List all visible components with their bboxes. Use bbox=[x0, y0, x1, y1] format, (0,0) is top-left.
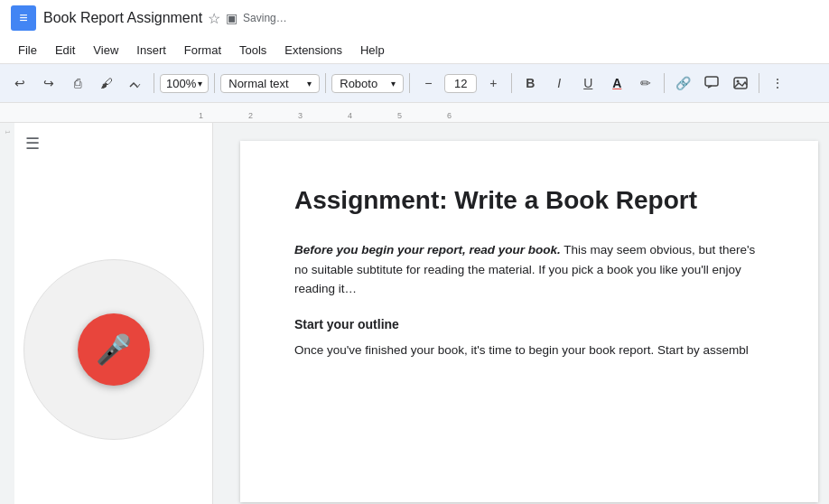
highlight-button[interactable]: ✏ bbox=[633, 70, 658, 96]
ruler-inner: 1 2 3 4 5 6 bbox=[199, 103, 829, 122]
doc-paragraph-2[interactable]: Once you've finished your book, it's tim… bbox=[294, 341, 764, 360]
ruler-tick-5: 5 bbox=[397, 111, 402, 120]
zoom-chevron-icon: ▾ bbox=[198, 79, 202, 89]
ruler-tick-1: 1 bbox=[199, 111, 203, 120]
doc-title-row: Book Report Assignment ☆ ▣ Saving… bbox=[43, 10, 818, 27]
highlight-icon: ✏ bbox=[640, 76, 651, 90]
menu-file[interactable]: File bbox=[11, 40, 44, 61]
redo-button[interactable]: ↪ bbox=[36, 70, 61, 96]
doc-paragraph-1[interactable]: Before you begin your report, read your … bbox=[294, 240, 764, 299]
image-icon bbox=[733, 76, 748, 90]
menu-extensions[interactable]: Extensions bbox=[277, 40, 349, 61]
left-panel: ☰ 🎤 bbox=[14, 123, 213, 504]
menu-insert[interactable]: Insert bbox=[129, 40, 173, 61]
text-style-value: Normal text bbox=[228, 77, 288, 90]
spellcheck-icon: ✓ bbox=[128, 76, 143, 90]
underline-button[interactable]: U bbox=[575, 70, 601, 96]
separator-2 bbox=[214, 73, 215, 93]
doc-title-text: Book Report Assignment bbox=[43, 10, 202, 26]
comment-button[interactable] bbox=[699, 70, 724, 96]
doc-icon bbox=[11, 5, 36, 31]
font-color-icon: A bbox=[612, 76, 621, 90]
font-size-decrease-button[interactable]: − bbox=[415, 70, 441, 96]
star-icon[interactable]: ☆ bbox=[208, 10, 220, 27]
font-chevron-icon: ▾ bbox=[391, 79, 396, 89]
title-area: Book Report Assignment ☆ ▣ Saving… bbox=[43, 10, 818, 27]
zoom-selector[interactable]: 100% ▾ bbox=[160, 74, 209, 93]
style-chevron-icon: ▾ bbox=[307, 79, 312, 89]
svg-text:✓: ✓ bbox=[135, 82, 142, 90]
toolbar: ↩ ↪ ⎙ 🖌 ✓ 100% ▾ Normal text ▾ Roboto ▾ … bbox=[0, 63, 829, 103]
doc-area[interactable]: Assignment: Write a Book Report Before y… bbox=[213, 123, 829, 504]
font-size-increase-button[interactable]: + bbox=[480, 70, 506, 96]
text-style-selector[interactable]: Normal text ▾ bbox=[220, 74, 320, 93]
main-area: 1 ☰ 🎤 Assignment: Write a Book Report Be… bbox=[0, 123, 829, 504]
image-button[interactable] bbox=[728, 70, 753, 96]
undo-button[interactable]: ↩ bbox=[7, 70, 33, 96]
ruler-tick-6: 6 bbox=[447, 111, 452, 120]
separator-5 bbox=[511, 73, 512, 93]
ruler: 1 2 3 4 5 6 bbox=[0, 103, 829, 123]
spellcheck-button[interactable]: ✓ bbox=[123, 70, 148, 96]
comment-icon bbox=[704, 76, 719, 90]
margin-indicator: 1 bbox=[4, 130, 12, 134]
doc-bold-italic-text: Before you begin your report, read your … bbox=[294, 243, 561, 257]
link-button[interactable]: 🔗 bbox=[670, 70, 695, 96]
font-size-value: 12 bbox=[454, 77, 467, 90]
doc-page: Assignment: Write a Book Report Before y… bbox=[240, 141, 818, 502]
doc-heading[interactable]: Assignment: Write a Book Report bbox=[294, 186, 764, 215]
menu-edit[interactable]: Edit bbox=[48, 40, 82, 61]
separator-3 bbox=[325, 73, 326, 93]
zoom-value: 100% bbox=[166, 77, 196, 90]
more-button[interactable]: ⋮ bbox=[765, 70, 790, 96]
svg-point-4 bbox=[737, 80, 740, 83]
print-button[interactable]: ⎙ bbox=[65, 70, 90, 96]
font-size-input[interactable]: 12 bbox=[444, 74, 477, 93]
separator-1 bbox=[154, 73, 154, 93]
font-color-button[interactable]: A bbox=[604, 70, 629, 96]
voice-overlay: 🎤 bbox=[23, 259, 204, 440]
italic-button[interactable]: I bbox=[546, 70, 572, 96]
ruler-tick-2: 2 bbox=[248, 111, 253, 120]
drive-icon[interactable]: ▣ bbox=[226, 11, 238, 25]
menu-format[interactable]: Format bbox=[177, 40, 228, 61]
svg-rect-1 bbox=[705, 77, 718, 86]
ruler-tick-4: 4 bbox=[348, 111, 352, 120]
saving-text: Saving… bbox=[243, 12, 287, 24]
outline-icon[interactable]: ☰ bbox=[25, 134, 40, 154]
font-selector[interactable]: Roboto ▾ bbox=[331, 74, 404, 93]
font-value: Roboto bbox=[340, 77, 377, 90]
bold-button[interactable]: B bbox=[517, 70, 543, 96]
menu-bar: File Edit View Insert Format Tools Exten… bbox=[0, 36, 829, 63]
menu-tools[interactable]: Tools bbox=[232, 40, 274, 61]
title-bar: Book Report Assignment ☆ ▣ Saving… bbox=[0, 0, 829, 36]
microphone-button[interactable]: 🎤 bbox=[78, 313, 150, 386]
separator-6 bbox=[664, 73, 665, 93]
ruler-tick-3: 3 bbox=[298, 111, 303, 120]
microphone-icon: 🎤 bbox=[96, 332, 132, 367]
separator-4 bbox=[409, 73, 410, 93]
menu-help[interactable]: Help bbox=[353, 40, 392, 61]
left-margin: 1 bbox=[0, 123, 14, 504]
separator-7 bbox=[759, 73, 759, 93]
paint-format-button[interactable]: 🖌 bbox=[94, 70, 119, 96]
menu-view[interactable]: View bbox=[86, 40, 126, 61]
doc-subheading[interactable]: Start your outline bbox=[294, 317, 764, 331]
